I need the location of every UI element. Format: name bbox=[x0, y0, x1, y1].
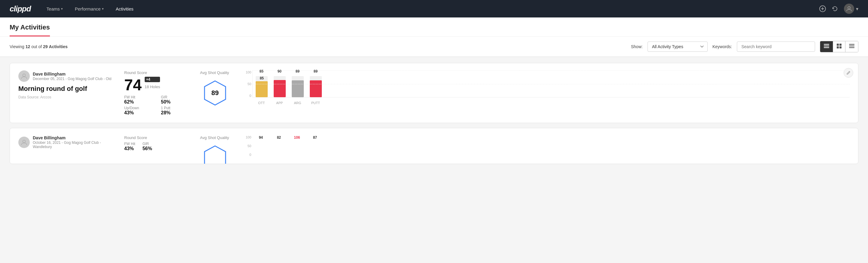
user-menu[interactable]: ▾ bbox=[844, 4, 858, 14]
view-grid-button[interactable] bbox=[833, 41, 845, 52]
x-label-app: APP bbox=[273, 101, 285, 105]
avg-quality-label: Avg Shot Quality bbox=[200, 70, 229, 75]
fwhit-value: 62% bbox=[124, 99, 154, 105]
fwhit-label: FW Hit bbox=[124, 95, 154, 99]
user-icon bbox=[846, 6, 852, 12]
view-list-button[interactable] bbox=[845, 41, 858, 52]
dense-list-icon bbox=[824, 44, 829, 48]
show-label: Show: bbox=[631, 44, 643, 49]
page-title: My Activities bbox=[10, 18, 50, 36]
round-score-label: Round Score bbox=[124, 136, 190, 140]
gir-value: 56% bbox=[143, 146, 152, 151]
oneputt-label: 1 Putt bbox=[161, 106, 190, 110]
oneputt-value: 28% bbox=[161, 110, 190, 116]
nav-performance-label: Performance bbox=[75, 6, 101, 11]
user-icon bbox=[21, 139, 27, 146]
activity-type-select[interactable]: All Activity Types Rounds Practice bbox=[648, 41, 708, 52]
activity-title: Morning round of golf bbox=[18, 85, 115, 93]
activity-card: Dave Billingham December 05, 2021 - Gog … bbox=[10, 63, 858, 123]
user-chevron-icon: ▾ bbox=[856, 6, 858, 12]
score-diff: +4 bbox=[145, 77, 160, 82]
card-stats: Round Score 74 +4 18 Holes FW Hit 62% GI… bbox=[124, 70, 190, 116]
card-info: Dave Billingham December 05, 2021 - Gog … bbox=[18, 70, 115, 99]
metric-gir: GIR 56% bbox=[143, 142, 152, 151]
y-label: 0 bbox=[246, 153, 251, 156]
viewing-label: Activities bbox=[49, 44, 68, 49]
svg-rect-4 bbox=[824, 44, 829, 45]
y-label: 100 bbox=[246, 136, 251, 139]
svg-text:89: 89 bbox=[211, 89, 219, 96]
svg-rect-5 bbox=[824, 46, 829, 47]
user-name: Dave Billingham bbox=[33, 136, 115, 140]
svg-point-3 bbox=[848, 7, 850, 9]
score-value: 74 bbox=[124, 77, 142, 93]
card-user: Dave Billingham December 05, 2021 - Gog … bbox=[18, 70, 115, 82]
logo[interactable]: clippd bbox=[10, 4, 31, 13]
user-info: Dave Billingham October 16, 2021 - Gog M… bbox=[33, 136, 115, 149]
hexagon-chart bbox=[202, 144, 228, 164]
svg-rect-9 bbox=[837, 46, 839, 49]
x-label-putt: PUTT bbox=[309, 101, 321, 105]
card-user: Dave Billingham October 16, 2021 - Gog M… bbox=[18, 136, 115, 149]
chart-col-app bbox=[274, 76, 286, 97]
hexagon-chart: 89 bbox=[202, 80, 228, 107]
chart-y-axis: 100 50 0 bbox=[246, 136, 252, 156]
gir-value: 50% bbox=[161, 99, 190, 105]
card-bar-chart: 100 50 0 94 82 106 87 bbox=[246, 136, 850, 163]
activity-card: Dave Billingham October 16, 2021 - Gog M… bbox=[10, 128, 858, 164]
bar-val-app: 82 bbox=[273, 136, 285, 140]
bar-fill-app bbox=[274, 80, 286, 97]
card-metrics: FW Hit 62% GIR 50% Up/Down 43% 1 Putt 28… bbox=[124, 95, 190, 116]
view-dense-list-button[interactable] bbox=[820, 41, 833, 52]
svg-rect-6 bbox=[824, 47, 829, 48]
search-input[interactable] bbox=[737, 41, 815, 52]
add-icon bbox=[819, 5, 826, 12]
avatar bbox=[844, 4, 854, 14]
holes: 18 Holes bbox=[145, 85, 160, 89]
grid-icon bbox=[837, 43, 841, 49]
nav-activities-label: Activities bbox=[116, 6, 133, 11]
nav-performance[interactable]: Performance ▾ bbox=[74, 4, 105, 14]
round-score-label: Round Score bbox=[124, 70, 190, 75]
updown-value: 43% bbox=[124, 110, 154, 116]
fwhit-value: 43% bbox=[124, 146, 135, 151]
list-icon bbox=[849, 44, 855, 48]
bar-arg bbox=[292, 76, 304, 97]
metric-fwhit: FW Hit 62% bbox=[124, 95, 154, 105]
keywords-label: Keywords: bbox=[713, 44, 732, 49]
bar-fill-arg bbox=[292, 80, 304, 97]
y-label: 50 bbox=[246, 144, 251, 148]
chart-gridline-50 bbox=[253, 84, 850, 84]
add-button[interactable] bbox=[819, 5, 826, 12]
avg-quality-label: Avg Shot Quality bbox=[200, 136, 229, 140]
chart-y-axis: 100 50 0 bbox=[246, 70, 252, 97]
activities-list: Dave Billingham December 05, 2021 - Gog … bbox=[0, 57, 868, 175]
svg-rect-12 bbox=[849, 46, 855, 47]
nav-right-actions: ▾ bbox=[819, 4, 858, 14]
svg-rect-11 bbox=[849, 44, 855, 45]
svg-rect-7 bbox=[837, 43, 839, 46]
viewing-number: 12 bbox=[26, 44, 30, 49]
bar-val-arg: 106 bbox=[291, 136, 303, 140]
hexagon-wrapper bbox=[200, 143, 230, 164]
bar-putt bbox=[310, 76, 322, 97]
hexagon-wrapper: 89 bbox=[200, 78, 230, 108]
chart-col-arg bbox=[292, 76, 304, 97]
nav-activities[interactable]: Activities bbox=[115, 4, 135, 14]
nav-teams-label: Teams bbox=[46, 6, 60, 11]
user-info: Dave Billingham December 05, 2021 - Gog … bbox=[33, 71, 111, 81]
user-name: Dave Billingham bbox=[33, 71, 111, 77]
y-label: 0 bbox=[246, 94, 251, 97]
updown-label: Up/Down bbox=[124, 106, 154, 110]
chevron-down-icon: ▾ bbox=[102, 7, 104, 11]
nav-teams[interactable]: Teams ▾ bbox=[45, 4, 64, 14]
metric-updown: Up/Down 43% bbox=[124, 106, 154, 116]
avatar bbox=[18, 137, 30, 148]
refresh-button[interactable] bbox=[832, 6, 838, 12]
logo-text: clippd bbox=[10, 4, 31, 13]
chart-col-ott: 85 bbox=[256, 76, 268, 97]
svg-point-17 bbox=[23, 140, 26, 143]
gir-label: GIR bbox=[161, 95, 190, 99]
navbar: clippd Teams ▾ Performance ▾ Activities bbox=[0, 0, 868, 18]
svg-rect-13 bbox=[849, 47, 855, 48]
